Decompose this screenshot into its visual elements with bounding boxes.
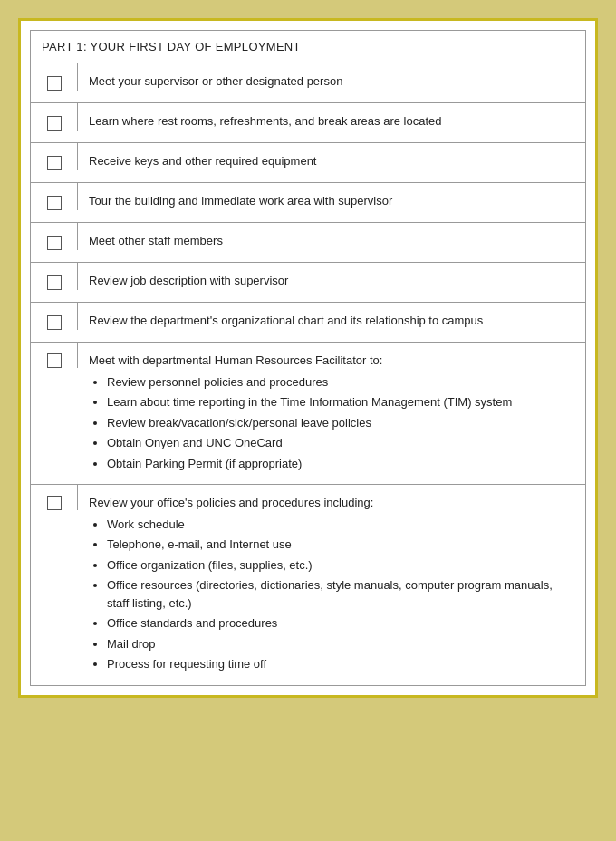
checkbox[interactable] [47,156,62,170]
checkbox[interactable] [47,236,62,250]
row-text: Tour the building and immediate work are… [89,194,392,208]
content-cell: Review your office's policies and proced… [78,485,585,685]
checkbox[interactable] [47,315,62,330]
list-item: Telephone, e-mail, and Internet use [107,536,574,554]
part-header-title: PART 1: YOUR FIRST DAY OF EMPLOYMENT [42,40,301,53]
list-item: Office resources (directories, dictionar… [107,576,574,612]
checklist-row: Meet other staff members [31,223,585,263]
checkbox[interactable] [47,76,62,91]
checkbox[interactable] [47,276,62,290]
part-header: PART 1: YOUR FIRST DAY OF EMPLOYMENT [31,31,585,63]
row-intro: Review your office's policies and proced… [89,496,373,509]
checkbox-cell [31,63,78,91]
inner-container: PART 1: YOUR FIRST DAY OF EMPLOYMENT Mee… [30,30,586,686]
checklist-row: Meet with departmental Human Resources F… [31,343,585,485]
content-cell: Meet with departmental Human Resources F… [78,343,585,484]
checklist-row: Review the department's organizational c… [31,303,585,343]
list-item: Work schedule [107,516,574,534]
checkbox-cell [31,485,78,510]
checklist-row: Tour the building and immediate work are… [31,183,585,223]
checkbox-cell [31,263,78,290]
row-text: Receive keys and other required equipmen… [89,154,316,168]
checklist-row: Review job description with supervisor [31,263,585,303]
content-cell: Tour the building and immediate work are… [78,183,585,219]
content-cell: Review the department's organizational c… [78,303,585,339]
list-item: Mail drop [107,635,574,653]
content-cell: Review job description with supervisor [78,263,585,299]
checkbox-cell [31,223,78,250]
list-item: Review break/vacation/sick/personal leav… [107,414,574,432]
list-item: Office organization (files, supplies, et… [107,556,574,575]
list-item: Learn about time reporting in the Time I… [107,393,574,411]
checkbox[interactable] [47,196,62,210]
checklist-row: Meet your supervisor or other designated… [31,63,585,103]
checkbox-cell [31,183,78,210]
list-item: Office standards and procedures [107,614,574,633]
checkbox[interactable] [47,496,62,510]
list-item: Obtain Parking Permit (if appropriate) [107,455,574,473]
checklist-row: Receive keys and other required equipmen… [31,143,585,183]
row-text: Meet other staff members [89,234,223,247]
checkbox[interactable] [47,353,62,368]
row-text: Learn where rest rooms, refreshments, an… [89,114,441,128]
content-cell: Receive keys and other required equipmen… [78,143,585,179]
list-item: Review personnel policies and procedures [107,373,574,392]
list-item: Process for requesting time off [107,655,574,673]
content-cell: Learn where rest rooms, refreshments, an… [78,103,585,140]
row-text: Review the department's organizational c… [89,314,483,327]
checklist-row: Review your office's policies and proced… [31,485,585,685]
outer-border: PART 1: YOUR FIRST DAY OF EMPLOYMENT Mee… [18,18,598,698]
checkbox-cell [31,343,78,368]
row-list: Work scheduleTelephone, e-mail, and Inte… [107,516,574,673]
content-cell: Meet your supervisor or other designated… [78,63,585,100]
row-text: Meet your supervisor or other designated… [89,74,342,88]
list-item: Obtain Onyen and UNC OneCard [107,434,574,452]
checkbox[interactable] [47,116,62,130]
row-text: Review job description with supervisor [89,274,288,287]
checkbox-cell [31,143,78,170]
row-intro: Meet with departmental Human Resources F… [89,353,382,367]
content-cell: Meet other staff members [78,223,585,259]
row-list: Review personnel policies and procedures… [107,373,574,473]
checkbox-cell [31,303,78,330]
checklist-row: Learn where rest rooms, refreshments, an… [31,103,585,143]
checkbox-cell [31,103,78,130]
